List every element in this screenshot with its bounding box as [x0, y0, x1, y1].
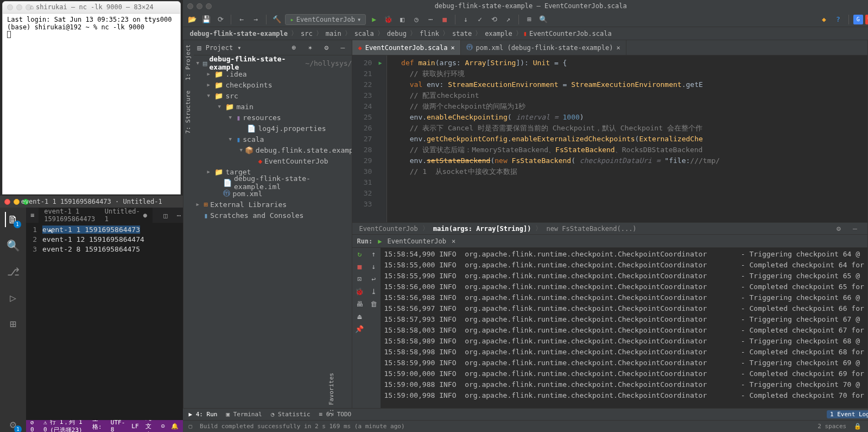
project-toolwindow-button[interactable]: 1: Project: [185, 45, 193, 80]
vcs-update-icon[interactable]: ↓: [460, 14, 472, 26]
structure-icon[interactable]: ⊞: [523, 14, 535, 26]
terminal-body[interactable]: Last login: Sat Jun 13 09:35:23 on ttys0…: [3, 14, 180, 194]
terminal-titlebar[interactable]: ⌂shirukai — nc -lk 9000 — 83×24: [3, 2, 180, 14]
statistic-tab[interactable]: ◔ Statistic: [271, 411, 311, 418]
status-icon[interactable]: ▢: [188, 423, 192, 430]
tree-item[interactable]: 📄debug-flink-state-example.iml: [194, 177, 352, 188]
tree-item[interactable]: ▮Scratches and Consoles: [194, 210, 352, 221]
translate2-icon[interactable]: 译: [865, 15, 868, 24]
explorer-icon[interactable]: 🗎1: [5, 212, 20, 227]
close-icon[interactable]: ×: [451, 44, 454, 52]
tree-item[interactable]: 📄log4j.properties: [194, 123, 352, 134]
debug-icon[interactable]: ▷: [5, 290, 21, 305]
breadcrumb-item[interactable]: example: [483, 30, 515, 37]
lock-icon[interactable]: 🔒: [854, 423, 861, 430]
close-icon[interactable]: [4, 199, 10, 205]
dropdown-icon[interactable]: ▾: [237, 44, 241, 52]
console-output[interactable]: 15:58:54,990 INFO org.apache.flink.runti…: [381, 248, 867, 408]
down-icon[interactable]: ↓: [372, 262, 376, 271]
indent-status[interactable]: 2 spaces: [818, 423, 846, 430]
tree-item[interactable]: ▼📁main: [194, 101, 352, 112]
editor-tab[interactable]: event-1 1 1591695864473 Untitled-1 ●: [39, 205, 153, 225]
open-icon[interactable]: 📂: [186, 14, 198, 26]
project-tree[interactable]: ▼▤debug-flink-state-example ~/hollysys/ …: [194, 55, 352, 408]
back-icon[interactable]: ←: [236, 14, 248, 26]
tree-item[interactable]: ◆EventCounterJob: [194, 155, 352, 166]
crumb-item[interactable]: main(args: Array[String]): [433, 225, 531, 233]
vscode-titlebar[interactable]: event-1 1 1591695864473 · Untitled-1: [0, 196, 183, 208]
dump-icon[interactable]: 🐞: [355, 287, 364, 296]
clear-icon[interactable]: 🗑: [370, 300, 377, 308]
favorites-toolwindow-button[interactable]: 2: Favorites: [328, 373, 335, 416]
breadcrumb-item[interactable]: EventCounterJob.scala: [527, 30, 614, 37]
breadcrumb-item[interactable]: state: [450, 30, 474, 37]
close-icon[interactable]: ×: [452, 237, 455, 245]
tree-item[interactable]: ▼▮resources: [194, 112, 352, 123]
rerun-icon[interactable]: ↻: [358, 250, 362, 258]
refresh-icon[interactable]: ⟳: [214, 14, 226, 26]
run-config-selector[interactable]: ▸ EventCounterJob ▾: [285, 14, 366, 25]
zoom-icon[interactable]: [26, 4, 31, 10]
breadcrumb-item[interactable]: debug-flink-state-example: [187, 30, 290, 37]
warnings-count[interactable]: ⚠ 0: [43, 419, 50, 432]
attach-icon[interactable]: ⋯: [425, 14, 436, 26]
layout-icon[interactable]: ⊡: [358, 275, 362, 283]
split-icon[interactable]: ◫: [161, 209, 170, 221]
close-icon[interactable]: ×: [616, 44, 620, 52]
breadcrumb-item[interactable]: scala: [352, 30, 376, 37]
todo-tab[interactable]: ≡ 6: TODO: [319, 411, 352, 418]
feedback-icon[interactable]: ☺: [161, 423, 165, 430]
intellij-titlebar[interactable]: debug-flink-state-example – EventCounter…: [183, 0, 868, 12]
tree-root[interactable]: ▼▤debug-flink-state-example ~/hollysys/: [194, 58, 352, 68]
breadcrumb-item[interactable]: src: [299, 30, 315, 37]
hide-icon[interactable]: —: [849, 223, 861, 235]
zoom-icon[interactable]: [23, 199, 29, 205]
minimize-icon[interactable]: [14, 199, 20, 205]
breadcrumb-item[interactable]: flink: [417, 30, 441, 37]
close-icon[interactable]: [7, 4, 13, 10]
bell-icon[interactable]: 🔔: [171, 423, 179, 430]
search-icon[interactable]: 🔍: [537, 14, 549, 26]
save-icon[interactable]: 💾: [200, 14, 212, 26]
tree-item[interactable]: ▼📦debug.flink.state.example: [194, 145, 352, 155]
tree-item[interactable]: ▶📁checkpoints: [194, 79, 352, 90]
wrap-icon[interactable]: ↩: [372, 275, 376, 283]
settings-icon[interactable]: ⚙: [833, 223, 845, 235]
profile-icon[interactable]: ◷: [410, 14, 422, 26]
coverage-icon[interactable]: ◧: [396, 14, 408, 26]
locate-icon[interactable]: ⊕: [288, 42, 300, 54]
tree-item[interactable]: ▶⊞External Libraries: [194, 199, 352, 210]
minimize-icon[interactable]: [16, 4, 22, 10]
forward-icon[interactable]: →: [250, 14, 262, 26]
errors-count[interactable]: ⊘ 0: [30, 419, 37, 432]
vcs-commit-icon[interactable]: ✓: [474, 14, 486, 26]
exit-icon[interactable]: ⏏: [358, 312, 362, 321]
breadcrumb-item[interactable]: debug: [385, 30, 409, 37]
translate-icon[interactable]: G: [853, 15, 863, 24]
settings-icon[interactable]: ⚙1: [5, 417, 21, 432]
debug-button[interactable]: 🐞: [382, 14, 394, 26]
tree-item[interactable]: ▼📁src: [194, 90, 352, 101]
run-button[interactable]: ▶: [368, 14, 380, 26]
crumb-item[interactable]: EventCounterJob: [359, 225, 417, 233]
search-icon[interactable]: 🔍: [5, 238, 21, 253]
encoding[interactable]: UTF-8: [111, 419, 125, 432]
editor-tab[interactable]: ⓜpom.xml (debug-flink-state-example)×: [461, 40, 626, 55]
jira-icon[interactable]: ◆: [818, 14, 830, 26]
code-content[interactable]: def main(args: Array[String]): Unit = { …: [387, 55, 867, 222]
event-log-button[interactable]: 1 Event Log: [827, 410, 868, 418]
up-icon[interactable]: ↑: [372, 250, 376, 258]
extensions-icon[interactable]: ⊞: [5, 316, 21, 331]
crumb-item[interactable]: new FsStateBackend(...): [546, 225, 636, 233]
scroll-icon[interactable]: ⤓: [371, 287, 377, 296]
help-icon[interactable]: ?: [832, 14, 844, 26]
stop-button[interactable]: ■: [439, 14, 451, 26]
settings-icon[interactable]: ⚙: [320, 42, 332, 54]
hide-icon[interactable]: —: [337, 42, 349, 54]
source-control-icon[interactable]: ⎇: [5, 264, 21, 279]
code-editor[interactable]: 2021222324252627282930313233 ▶ def main(…: [352, 55, 867, 222]
build-icon[interactable]: 🔨: [271, 14, 283, 26]
stop-icon[interactable]: ■: [358, 262, 362, 271]
tree-item[interactable]: ▼▮scala: [194, 134, 352, 145]
pin-icon[interactable]: 📌: [355, 325, 364, 333]
